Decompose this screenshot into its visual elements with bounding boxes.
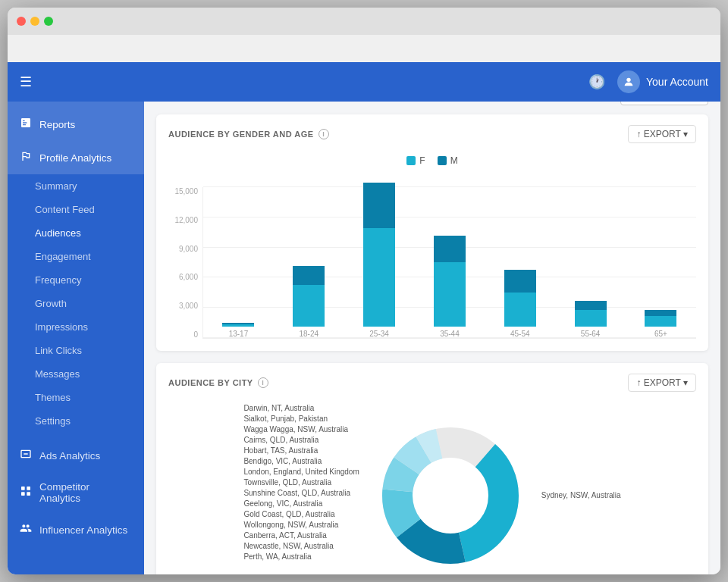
sidebar-sub-frequency[interactable]: Frequency [8,268,144,292]
sidebar-item-competitor-analytics[interactable]: Competitor Analytics [8,472,144,513]
y-tick-9000: 9,000 [168,245,202,253]
bar-f-25-34 [363,228,395,327]
donut-labels-right: Sydney, NSW, Australia [541,491,621,499]
svg-point-12 [414,459,487,532]
svg-rect-2 [27,487,30,490]
maximize-button[interactable] [44,17,53,26]
bar-stack-13-17 [222,323,254,327]
chart1-container: F M 0 3,000 6,000 [156,149,708,351]
y-tick-12000: 12,000 [168,216,202,224]
svg-rect-1 [21,487,25,490]
bar-f-35-44 [434,262,466,327]
account-label: Your Account [646,76,708,88]
donut-label-townsville: Townsville, QLD, Australia [243,478,359,487]
card1-header: AUDIENCE BY GENDER AND AGE i ↑ EXPORT ▾ [156,114,708,149]
app-layout: Dashboard Reports Profile Analytics [8,74,720,574]
avatar [617,70,640,93]
minimize-button[interactable] [30,17,39,26]
hamburger-icon[interactable]: ☰ [20,74,32,90]
reports-icon [20,117,32,132]
bar-f-55-64 [575,310,607,327]
bar-group-35-44: 35-44 [434,236,466,338]
bar-group-45-54: 45-54 [504,270,536,338]
bar-group-13-17: 13-17 [222,323,254,338]
donut-label-geelong: Geelong, VIC, Australia [243,499,359,508]
svg-point-0 [626,78,630,82]
sidebar-reports-label: Reports [39,119,75,130]
grid-100 [203,186,696,187]
sidebar-sub-themes[interactable]: Themes [8,386,144,409]
donut-chart-svg [375,420,526,571]
sidebar-sub-messages[interactable]: Messages [8,362,144,386]
donut-label-hobart: Hobart, TAS, Australia [243,446,359,455]
sidebar-item-reports[interactable]: Reports [8,108,144,141]
header-left: ☰ [20,74,32,90]
sidebar-sub-impressions[interactable]: Impressions [8,315,144,339]
app-window: ☰ 🕐 Your Account [8,8,720,574]
sidebar-profile-analytics-label: Profile Analytics [39,152,111,164]
y-tick-3000: 3,000 [168,302,202,310]
bar-label-65plus: 65+ [654,330,667,338]
card2-header: AUDIENCE BY CITY i ↑ EXPORT ▾ [156,363,708,398]
export-button-1[interactable]: ↑ EXPORT ▾ [628,125,696,143]
sidebar: Dashboard Reports Profile Analytics [8,74,144,574]
title-bar [8,8,720,35]
header: ☰ 🕐 Your Account [8,62,720,102]
legend-f: F [406,155,425,166]
info-icon-2[interactable]: i [258,377,268,388]
sidebar-sub-content-feed[interactable]: Content Feed [8,198,144,221]
y-axis: 0 3,000 6,000 9,000 12,000 15,000 [168,187,202,339]
export-button-2[interactable]: ↑ EXPORT ▾ [628,374,696,392]
donut-label-sunshine: Sunshine Coast, QLD, Australia [243,489,359,497]
sidebar-sub-growth[interactable]: Growth [8,292,144,315]
bar-stack-18-24 [293,266,325,327]
donut-label-perth: Perth, WA, Australia [243,552,359,561]
competitor-analytics-label: Competitor Analytics [39,481,132,504]
card1-title: AUDIENCE BY GENDER AND AGE i [168,129,329,139]
sidebar-item-influencer-analytics[interactable]: Influencer Analytics [8,513,144,546]
chart1-legend: F M [168,155,696,166]
bar-label-13-17: 13-17 [229,330,249,338]
bar-label-25-34: 25-34 [369,330,389,338]
bar-m-45-54 [504,270,536,293]
profile-analytics-icon [20,150,32,165]
svg-rect-3 [21,492,25,496]
legend-dot-m [438,156,447,165]
account-button[interactable]: Your Account [617,70,708,93]
info-icon-1[interactable]: i [318,129,329,139]
close-button[interactable] [17,17,26,26]
donut-label-wagga: Wagga Wagga, NSW, Australia [243,425,359,433]
sidebar-item-profile-analytics[interactable]: Profile Analytics [8,141,144,174]
donut-chart-area: Darwin, NT, Australia Sialkot, Punjab, P… [156,398,708,574]
clock-icon: 🕐 [588,74,605,90]
donut-label-wollongong: Wollongong, NSW, Australia [243,521,359,529]
bar-stack-25-34 [363,183,395,327]
traffic-lights [17,17,53,26]
sidebar-sub-engagement[interactable]: Engagement [8,245,144,268]
bar-label-18-24: 18-24 [299,330,318,338]
bar-m-65plus [645,310,676,316]
sidebar-sub-audiences[interactable]: Audiences [8,221,144,245]
competitor-icon [20,485,32,500]
bar-label-35-44: 35-44 [440,330,460,338]
influencer-icon [20,522,32,537]
y-tick-0: 0 [168,330,202,339]
legend-m-label: M [450,155,458,166]
sidebar-sub-summary[interactable]: Summary [8,174,144,198]
donut-label-london: London, England, United Kingdom [243,468,359,476]
bar-group-55-64: 55-64 [575,301,607,338]
donut-label-cairns: Cairns, QLD, Australia [243,436,359,444]
audience-city-card: AUDIENCE BY CITY i ↑ EXPORT ▾ Darwin, NT… [156,363,708,574]
y-tick-15000: 15,000 [168,187,202,196]
legend-f-label: F [419,155,425,166]
bar-f-45-54 [504,293,536,327]
header-right: 🕐 Your Account [588,70,708,93]
bar-label-55-64: 55-64 [581,330,601,338]
donut-label-bendigo: Bendigo, VIC, Australia [243,457,359,465]
sidebar-sub-settings[interactable]: Settings [8,409,144,433]
donut-labels-left: Darwin, NT, Australia Sialkot, Punjab, P… [243,404,359,574]
sidebar-item-ads-analytics[interactable]: Ads Analytics [8,439,144,472]
influencer-analytics-label: Influencer Analytics [39,524,127,536]
sidebar-sub-link-clicks[interactable]: Link Clicks [8,339,144,362]
bar-label-45-54: 45-54 [510,330,530,338]
